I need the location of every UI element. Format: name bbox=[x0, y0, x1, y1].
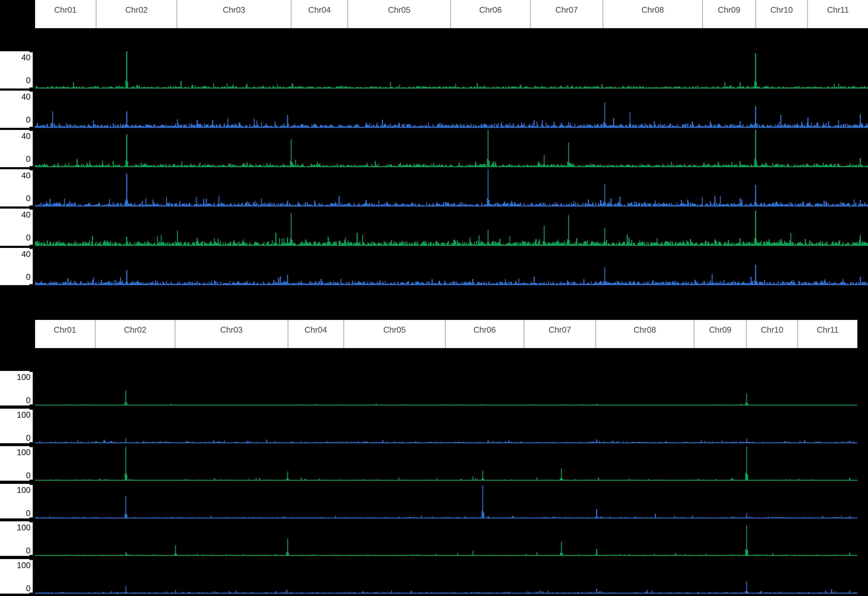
chromosome-cell-chr05: Chr05 bbox=[348, 0, 451, 28]
y-axis-max-label: 100 bbox=[17, 373, 31, 381]
y-axis-bracket bbox=[30, 409, 34, 443]
signal-baseline bbox=[35, 88, 868, 89]
y-axis-min-label: 0 bbox=[26, 273, 31, 281]
y-axis-min-label: 0 bbox=[26, 396, 31, 404]
signal-baseline bbox=[35, 245, 868, 246]
y-axis-min-label: 0 bbox=[26, 434, 31, 442]
y-axis-label-box: 1000 bbox=[0, 409, 33, 443]
chromosome-cell-chr01: Chr01 bbox=[35, 0, 96, 28]
y-axis-max-label: 100 bbox=[17, 448, 31, 456]
signal-baseline bbox=[35, 284, 868, 285]
chromosome-label: Chr09 bbox=[718, 6, 740, 28]
y-axis-max-label: 40 bbox=[22, 211, 31, 219]
chromosome-cell-chr06: Chr06 bbox=[451, 0, 531, 28]
chromosome-cell-chr10: Chr10 bbox=[756, 0, 808, 28]
signal-baseline bbox=[35, 480, 858, 481]
y-axis-bracket bbox=[30, 169, 34, 207]
y-axis-label-box: 1000 bbox=[0, 521, 33, 556]
y-axis-max-label: 100 bbox=[17, 561, 31, 569]
chromosome-label: Chr10 bbox=[771, 6, 793, 28]
y-axis-max-label: 100 bbox=[17, 524, 31, 532]
signal-baseline bbox=[35, 166, 868, 167]
chromosome-label: Chr09 bbox=[709, 326, 731, 348]
signal-track-top-track-6 bbox=[35, 248, 868, 285]
signal-track-top-track-1 bbox=[35, 51, 868, 89]
y-axis-label-box: 400 bbox=[0, 169, 33, 207]
genome-coverage-figure: Chr01Chr02Chr03Chr04Chr05Chr06Chr07Chr08… bbox=[0, 0, 868, 596]
signal-track-bottom-track-6 bbox=[35, 559, 858, 594]
signal-track-top-track-3 bbox=[35, 130, 868, 167]
chromosome-cell-chr03: Chr03 bbox=[176, 320, 288, 348]
signal-baseline bbox=[35, 593, 858, 594]
coverage-panel-bottom: Chr01Chr02Chr03Chr04Chr05Chr06Chr07Chr08… bbox=[0, 0, 868, 596]
signal-track-top-track-4 bbox=[35, 169, 868, 207]
chromosome-label: Chr03 bbox=[223, 6, 245, 28]
y-axis-bracket bbox=[30, 446, 34, 481]
chromosome-cell-chr07: Chr07 bbox=[531, 0, 603, 28]
y-axis-min-label: 0 bbox=[26, 547, 31, 555]
y-axis-label-box: 400 bbox=[0, 248, 33, 285]
signal-track-top-track-5 bbox=[35, 209, 868, 246]
y-axis-bracket bbox=[30, 91, 34, 128]
chromosome-cell-chr02: Chr02 bbox=[96, 320, 176, 348]
chromosome-label: Chr04 bbox=[308, 6, 331, 28]
chromosome-label: Chr08 bbox=[642, 6, 664, 28]
y-axis-min-label: 0 bbox=[26, 584, 31, 593]
y-axis-min-label: 0 bbox=[26, 194, 31, 202]
chromosome-cell-chr06: Chr06 bbox=[446, 320, 524, 348]
y-axis-min-label: 0 bbox=[26, 76, 31, 84]
y-axis-label-box: 1000 bbox=[0, 484, 33, 518]
chromosome-cell-chr05: Chr05 bbox=[344, 320, 446, 348]
y-axis-label-box: 400 bbox=[0, 51, 33, 89]
chromosome-label: Chr11 bbox=[827, 6, 849, 28]
chromosome-cell-chr10: Chr10 bbox=[747, 320, 798, 348]
chromosome-cell-chr01: Chr01 bbox=[35, 320, 96, 348]
chromosome-label: Chr03 bbox=[220, 326, 243, 348]
chromosome-label: Chr01 bbox=[54, 326, 76, 348]
chromosome-cell-chr11: Chr11 bbox=[808, 0, 868, 28]
y-axis-min-label: 0 bbox=[26, 509, 31, 517]
y-axis-label-box: 1000 bbox=[0, 371, 33, 406]
signal-baseline bbox=[35, 518, 858, 519]
y-axis-label-box: 400 bbox=[0, 91, 33, 128]
chromosome-label: Chr07 bbox=[549, 326, 571, 348]
chromosome-label: Chr04 bbox=[304, 326, 327, 348]
signal-track-bottom-track-1 bbox=[35, 371, 858, 406]
y-axis-min-label: 0 bbox=[26, 233, 31, 242]
y-axis-max-label: 40 bbox=[22, 132, 31, 140]
y-axis-min-label: 0 bbox=[26, 116, 31, 124]
chromosome-label: Chr02 bbox=[125, 6, 148, 28]
chromosome-label: Chr10 bbox=[761, 326, 783, 348]
y-axis-max-label: 40 bbox=[22, 53, 31, 62]
signal-baseline bbox=[35, 206, 868, 207]
chromosome-label: Chr06 bbox=[473, 326, 496, 348]
signal-baseline bbox=[35, 443, 858, 444]
signal-baseline bbox=[35, 127, 868, 128]
y-axis-max-label: 100 bbox=[17, 411, 31, 419]
signal-track-bottom-track-4 bbox=[35, 484, 858, 518]
chromosome-label: Chr05 bbox=[383, 326, 406, 348]
y-axis-label-box: 1000 bbox=[0, 559, 33, 594]
y-axis-max-label: 40 bbox=[22, 93, 31, 101]
signal-baseline bbox=[35, 405, 858, 406]
y-axis-max-label: 40 bbox=[22, 171, 31, 180]
chromosome-label: Chr02 bbox=[124, 326, 146, 348]
chromosome-cell-chr09: Chr09 bbox=[694, 320, 747, 348]
y-axis-min-label: 0 bbox=[26, 471, 31, 479]
chromosome-label: Chr07 bbox=[555, 6, 578, 28]
y-axis-bracket bbox=[30, 51, 34, 89]
y-axis-bracket bbox=[30, 209, 34, 246]
y-axis-max-label: 100 bbox=[17, 486, 31, 494]
chromosome-cell-chr07: Chr07 bbox=[524, 320, 596, 348]
y-axis-label-box: 400 bbox=[0, 130, 33, 167]
y-axis-max-label: 40 bbox=[22, 250, 31, 258]
chromosome-cell-chr04: Chr04 bbox=[288, 320, 344, 348]
chromosome-cell-chr08: Chr08 bbox=[603, 0, 703, 28]
signal-baseline bbox=[35, 555, 858, 556]
chromosome-label: Chr06 bbox=[479, 6, 502, 28]
y-axis-bracket bbox=[30, 521, 34, 556]
chromosome-cell-chr08: Chr08 bbox=[596, 320, 694, 348]
y-axis-bracket bbox=[30, 130, 34, 167]
coverage-panel-top: Chr01Chr02Chr03Chr04Chr05Chr06Chr07Chr08… bbox=[0, 0, 868, 596]
y-axis-label-box: 1000 bbox=[0, 446, 33, 481]
